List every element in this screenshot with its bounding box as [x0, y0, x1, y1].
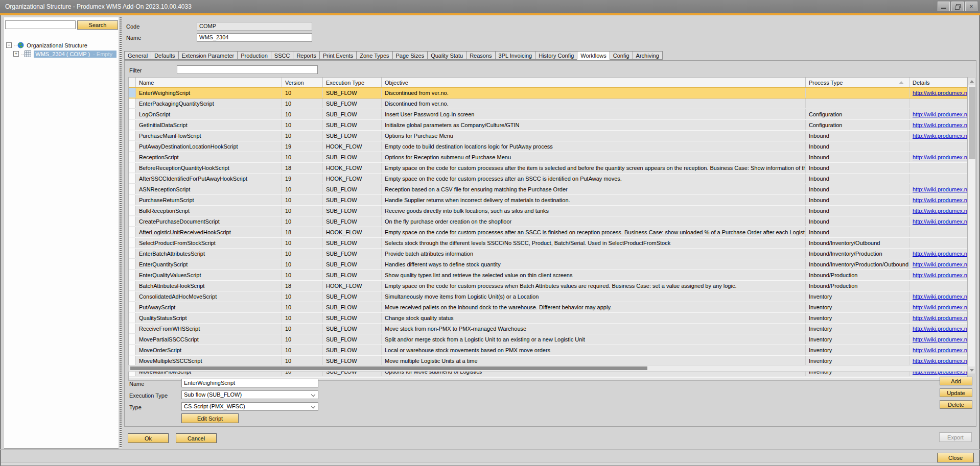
search-input[interactable]: [5, 20, 76, 29]
horizontal-scrollbar[interactable]: [128, 365, 968, 372]
row-selector[interactable]: [129, 249, 136, 258]
details-link[interactable]: http://wiki.produmex.n: [913, 358, 967, 364]
tab-config[interactable]: Config: [610, 51, 633, 60]
panel-splitter[interactable]: [120, 17, 122, 448]
table-row[interactable]: AfterLogisticUnitReceivedHookScript18HOO…: [129, 227, 967, 238]
row-selector[interactable]: [129, 184, 136, 194]
row-selector[interactable]: [129, 313, 136, 323]
table-row[interactable]: SelectProductFromStockScript10SUB_FLOWSe…: [129, 238, 967, 249]
row-selector[interactable]: [129, 270, 136, 280]
row-selector[interactable]: [129, 141, 136, 151]
expand-icon[interactable]: +: [13, 51, 19, 57]
tab-production[interactable]: Production: [237, 51, 271, 60]
tree-node-label[interactable]: Organizational Structure: [27, 42, 87, 48]
table-row[interactable]: GetInitialDataScript10SUB_FLOWInitialize…: [129, 120, 967, 131]
table-row[interactable]: EnterPackagingQuantityScript10SUB_FLOWDi…: [129, 99, 967, 109]
table-row[interactable]: BulkReceptionScript10SUB_FLOWReceive goo…: [129, 206, 967, 216]
tree-node-root[interactable]: − ·· Organizational Structure: [6, 41, 116, 50]
header-execution-type[interactable]: Execution Type: [323, 78, 382, 87]
row-selector[interactable]: [129, 324, 136, 333]
header-name[interactable]: Name: [136, 78, 282, 87]
details-link[interactable]: http://wiki.produmex.n: [913, 293, 967, 300]
tab-3pl-invoicing[interactable]: 3PL Invoicing: [495, 51, 535, 60]
row-selector[interactable]: [129, 356, 136, 365]
table-row[interactable]: EnterQuantityScript10SUB_FLOWHandles dif…: [129, 259, 967, 270]
tab-history-config[interactable]: History Config: [535, 51, 577, 60]
close-button[interactable]: Close: [937, 453, 974, 462]
row-selector[interactable]: [129, 345, 136, 355]
tree-node-company[interactable]: + ·· WMS_2304 ( COMP ) - Empty: [6, 50, 116, 58]
table-row[interactable]: AfterSSCCIdentifiedForPutAwayHookScript1…: [129, 174, 967, 184]
scroll-down-button[interactable]: [968, 366, 975, 374]
table-row[interactable]: BeforeReceptionQuantityHookScript18HOOK_…: [129, 163, 967, 174]
row-selector[interactable]: [129, 131, 136, 140]
table-row[interactable]: EnterBatchAttributesScript10SUB_FLOWProv…: [129, 249, 967, 259]
row-selector[interactable]: [129, 227, 136, 237]
delete-button[interactable]: Delete: [940, 400, 972, 409]
table-row[interactable]: ASNReceptionScript10SUB_FLOWReception ba…: [129, 184, 967, 195]
row-selector[interactable]: [129, 216, 136, 226]
table-row[interactable]: PutAwayScript10SUB_FLOWMove received pal…: [129, 302, 967, 313]
row-selector[interactable]: [129, 238, 136, 248]
table-row[interactable]: MovePartialSSCCScript10SUB_FLOWSplit and…: [129, 334, 967, 345]
table-row[interactable]: QualityStatusScript10SUB_FLOWChange stoc…: [129, 313, 967, 324]
close-window-button[interactable]: ×: [965, 2, 977, 11]
details-link[interactable]: http://wiki.produmex.n: [913, 208, 967, 214]
table-row[interactable]: PurchaseMainFlowScript10SUB_FLOWOptions …: [129, 131, 967, 141]
details-link[interactable]: http://wiki.produmex.n: [913, 261, 967, 267]
vertical-scroll-thumb[interactable]: [969, 87, 975, 159]
row-selector[interactable]: [129, 152, 136, 162]
tab-print-events[interactable]: Print Events: [319, 51, 356, 60]
table-row[interactable]: BatchAttributesHookScript18HOOK_FLOWEmpt…: [129, 281, 967, 291]
details-link[interactable]: http://wiki.produmex.n: [913, 218, 967, 225]
row-selector[interactable]: [129, 259, 136, 269]
search-button[interactable]: Search: [77, 20, 118, 30]
horizontal-scroll-thumb[interactable]: [130, 366, 647, 370]
scroll-up-button[interactable]: [968, 78, 975, 85]
name-field[interactable]: WMS_2304: [197, 33, 312, 42]
header-version[interactable]: Version: [282, 78, 323, 87]
details-link[interactable]: http://wiki.produmex.n: [913, 315, 967, 321]
tab-page-sizes[interactable]: Page Sizes: [392, 51, 428, 60]
minimize-button[interactable]: [938, 2, 950, 11]
row-selector[interactable]: [129, 163, 136, 173]
details-link[interactable]: http://wiki.produmex.n: [913, 347, 967, 353]
details-link[interactable]: http://wiki.produmex.n: [913, 326, 967, 332]
details-link[interactable]: http://wiki.produmex.n: [913, 251, 967, 257]
update-button[interactable]: Update: [940, 388, 972, 397]
details-link[interactable]: http://wiki.produmex.n: [913, 133, 967, 139]
tab-general[interactable]: General: [124, 51, 151, 60]
header-details[interactable]: Details: [909, 78, 967, 87]
details-link[interactable]: http://wiki.produmex.n: [913, 336, 967, 342]
tab-zone-types[interactable]: Zone Types: [356, 51, 392, 60]
row-selector[interactable]: [129, 120, 136, 130]
details-link[interactable]: http://wiki.produmex.n: [913, 186, 967, 192]
export-button[interactable]: Export: [939, 432, 972, 442]
row-selector[interactable]: [129, 174, 136, 183]
tab-archiving[interactable]: Archiving: [633, 51, 663, 60]
row-selector[interactable]: [129, 195, 136, 205]
details-link[interactable]: http://wiki.produmex.n: [913, 272, 967, 278]
table-row[interactable]: ConsolidatedAdHocMoveScript10SUB_FLOWSim…: [129, 291, 967, 302]
row-selector[interactable]: [129, 109, 136, 119]
row-selector[interactable]: [129, 99, 136, 108]
tab-extension-parameter[interactable]: Extension Parameter: [178, 51, 238, 60]
table-row[interactable]: PurchaseReturnScript10SUB_FLOWHandle Sup…: [129, 195, 967, 206]
details-link[interactable]: http://wiki.produmex.n: [913, 122, 967, 128]
row-selector[interactable]: [129, 88, 136, 97]
ok-button[interactable]: Ok: [128, 433, 169, 443]
tab-sscc[interactable]: SSCC: [271, 51, 293, 60]
tab-workflows[interactable]: Workflows: [577, 51, 610, 60]
details-link[interactable]: http://wiki.produmex.n: [913, 111, 967, 117]
table-row[interactable]: ReceiveFromWHSScript10SUB_FLOWMove stock…: [129, 324, 967, 334]
details-link[interactable]: http://wiki.produmex.n: [913, 154, 967, 160]
tab-defaults[interactable]: Defaults: [151, 51, 178, 60]
table-row[interactable]: EnterQualityValuesScript10SUB_FLOWShow q…: [129, 270, 967, 281]
tab-reports[interactable]: Reports: [293, 51, 319, 60]
table-row[interactable]: PutAwayDestinationLocationHookScript19HO…: [129, 141, 967, 152]
collapse-icon[interactable]: −: [6, 42, 12, 48]
table-row[interactable]: CreatePurchaseDocumentScript10SUB_FLOWOn…: [129, 216, 967, 227]
tree-node-selected[interactable]: WMS_2304 ( COMP ) - Empty: [34, 51, 116, 58]
table-row[interactable]: MoveOrderScript10SUB_FLOWLocal or wareho…: [129, 345, 967, 356]
type-select[interactable]: CS-Script (PMX_WFSC): [181, 402, 318, 411]
